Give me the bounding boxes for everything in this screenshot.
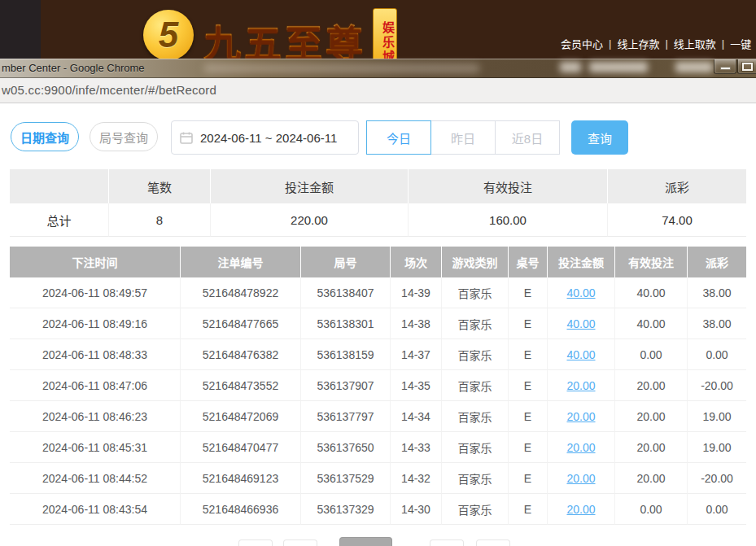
- date-range-value: 2024-06-11 ~ 2024-06-11: [200, 131, 337, 145]
- pagination-current[interactable]: [339, 537, 392, 546]
- cell-game-type: 百家乐: [442, 463, 509, 494]
- cell-game-type: 百家乐: [442, 339, 509, 370]
- top-nav: 会员中心 | 线上存款 | 线上取款 | 一键: [561, 36, 756, 51]
- cell-valid-bet: 0.00: [615, 494, 688, 525]
- table-row: 2024-06-11 08:46:23521648472069536137797…: [10, 401, 746, 432]
- cell-valid-bet: 20.00: [615, 463, 688, 494]
- cell-valid-bet: 0.00: [615, 339, 688, 370]
- cell-valid-bet: 40.00: [615, 277, 688, 308]
- bet-amount-link[interactable]: 20.00: [566, 472, 595, 485]
- cell-bet-amount: 40.00: [548, 277, 615, 308]
- date-range-input[interactable]: 2024-06-11 ~ 2024-06-11: [171, 120, 359, 155]
- pagination-button[interactable]: [283, 539, 317, 546]
- cell-payout: -20.00: [688, 370, 746, 401]
- summary-header-count: 笔数: [109, 169, 211, 203]
- tab-round-query[interactable]: 局号查询: [90, 122, 158, 151]
- maximize-button[interactable]: [737, 59, 756, 74]
- bet-amount-link[interactable]: 20.00: [566, 410, 595, 423]
- cell-bet-amount: 20.00: [548, 370, 615, 401]
- bet-amount-link[interactable]: 40.00: [566, 286, 595, 299]
- cell-round: 536137529: [301, 463, 391, 494]
- logo-coin-icon: 5: [143, 10, 194, 60]
- pagination-button[interactable]: [476, 539, 510, 546]
- summary-header-row: 笔数 投注金额 有效投注 派彩: [10, 169, 746, 203]
- cell-round: 536138301: [301, 308, 391, 339]
- nav-online-withdraw[interactable]: 线上取款: [674, 36, 716, 51]
- cell-bet-id: 521648477665: [181, 308, 301, 339]
- maximize-icon: [742, 63, 753, 71]
- cell-round: 536138407: [301, 277, 391, 308]
- col-bet-id: 注单编号: [181, 247, 301, 277]
- cell-bet-id: 521648478922: [181, 277, 301, 308]
- nav-one-key[interactable]: 一键: [730, 36, 751, 51]
- table-row: 2024-06-11 08:49:57521648478922536138407…: [10, 277, 746, 308]
- cell-table-no: E: [509, 494, 548, 525]
- cell-bet-amount: 20.00: [548, 463, 615, 494]
- cell-round: 536138159: [301, 339, 391, 370]
- cell-bet-amount: 20.00: [548, 432, 615, 463]
- summary-header-valid-bet: 有效投注: [409, 169, 608, 203]
- logo-coin-digit: 5: [159, 15, 178, 55]
- cell-round: 536137329: [301, 494, 391, 525]
- col-valid-bet: 有效投注: [615, 247, 688, 277]
- bet-records-table: 下注时间 注单编号 局号 场次 游戏类别 桌号 投注金额 有效投注 派彩 202…: [10, 247, 746, 525]
- search-button[interactable]: 查询: [571, 120, 628, 155]
- cell-round: 536137650: [301, 432, 391, 463]
- cell-bet-amount: 20.00: [548, 401, 615, 432]
- cell-bet-time: 2024-06-11 08:48:33: [10, 339, 181, 370]
- cell-bet-time: 2024-06-11 08:45:31: [10, 432, 181, 463]
- table-row: 2024-06-11 08:49:16521648477665536138301…: [10, 308, 746, 339]
- cell-payout: 38.00: [688, 308, 746, 339]
- cell-table-no: E: [509, 463, 548, 494]
- summary-table: 笔数 投注金额 有效投注 派彩 总计 8 220.00 160.00 74.00: [10, 169, 746, 237]
- summary-bet-amount-value: 220.00: [211, 203, 409, 237]
- cell-table-no: E: [509, 339, 548, 370]
- browser-url-bar[interactable]: w05.cc:9900/infe/mcenter/#/betRecord: [0, 78, 756, 103]
- redacted-blur: [560, 62, 581, 72]
- quick-yesterday-button[interactable]: 昨日: [430, 120, 496, 155]
- cell-bet-id: 521648470477: [181, 432, 301, 463]
- col-bet-amount: 投注金额: [548, 247, 615, 277]
- cell-game-type: 百家乐: [442, 308, 509, 339]
- quick-today-button[interactable]: 今日: [366, 120, 431, 155]
- cell-session: 14-34: [391, 401, 442, 432]
- bet-amount-link[interactable]: 20.00: [566, 441, 595, 454]
- pagination-button[interactable]: [238, 539, 273, 546]
- cell-table-no: E: [509, 401, 548, 432]
- bet-amount-link[interactable]: 40.00: [566, 348, 595, 361]
- cell-session: 14-35: [391, 370, 442, 401]
- col-session: 场次: [391, 247, 442, 277]
- cell-payout: 19.00: [688, 401, 746, 432]
- cell-payout: 0.00: [688, 339, 746, 370]
- nav-separator: |: [722, 37, 724, 50]
- bet-amount-link[interactable]: 20.00: [566, 503, 595, 516]
- redacted-blur: [675, 62, 713, 72]
- cell-payout: 0.00: [688, 494, 746, 525]
- bet-table-header-row: 下注时间 注单编号 局号 场次 游戏类别 桌号 投注金额 有效投注 派彩: [10, 247, 746, 277]
- col-game-type: 游戏类别: [442, 247, 509, 277]
- summary-header-payout: 派彩: [608, 169, 746, 203]
- nav-online-deposit[interactable]: 线上存款: [617, 36, 659, 51]
- bet-amount-link[interactable]: 20.00: [566, 379, 595, 392]
- nav-member-center[interactable]: 会员中心: [561, 36, 603, 51]
- tab-date-query[interactable]: 日期查询: [11, 122, 79, 151]
- cell-table-no: E: [509, 277, 548, 308]
- col-round: 局号: [301, 247, 391, 277]
- cell-game-type: 百家乐: [442, 401, 509, 432]
- cell-game-type: 百家乐: [442, 370, 509, 401]
- bet-amount-link[interactable]: 40.00: [566, 317, 595, 330]
- cell-session: 14-32: [391, 463, 442, 494]
- col-bet-time: 下注时间: [10, 247, 181, 277]
- minimize-button[interactable]: [714, 59, 736, 74]
- cell-payout: 19.00: [688, 432, 746, 463]
- nav-separator: |: [665, 37, 667, 50]
- cell-game-type: 百家乐: [442, 277, 509, 308]
- window-titlebar: mber Center - Google Chrome: [0, 59, 756, 78]
- quick-last8days-button[interactable]: 近8日: [495, 120, 560, 155]
- pagination-button[interactable]: [430, 539, 464, 546]
- cell-table-no: E: [509, 432, 548, 463]
- col-payout: 派彩: [688, 247, 746, 277]
- cell-valid-bet: 20.00: [615, 432, 688, 463]
- window-title: mber Center - Google Chrome: [2, 62, 145, 74]
- cell-bet-time: 2024-06-11 08:47:06: [10, 370, 181, 401]
